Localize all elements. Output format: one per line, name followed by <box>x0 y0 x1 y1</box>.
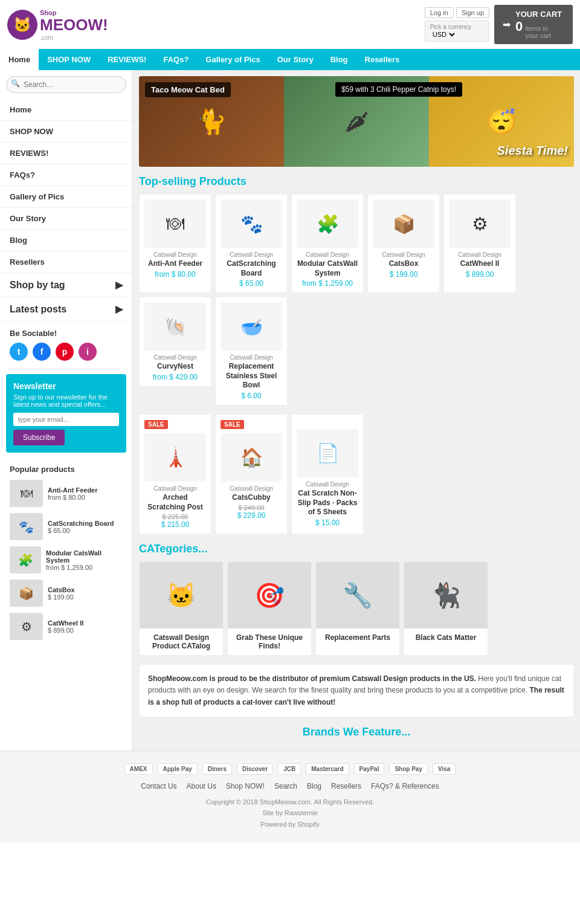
banner-overlay-name: Taco Meow Cat Bed <box>145 82 231 97</box>
banner-overlay-price: $59 with 3 Chili Pepper Catnip toys! <box>335 82 462 97</box>
footer-shop[interactable]: Shop NOW! <box>226 782 265 790</box>
product-card[interactable]: 📦 Catswall Design CatsBox $ 199.00 <box>367 194 440 293</box>
list-item: 📦 CatsBox $ 199.00 <box>10 580 123 607</box>
product-image: 🧩 <box>297 199 358 248</box>
footer-faqs[interactable]: FAQs? & References <box>371 782 439 790</box>
product-card[interactable]: SALE 🗼 Catswall Design Arched Scratching… <box>139 414 211 534</box>
sidebar-item-reviews[interactable]: REVIEWS! <box>0 143 132 164</box>
nav-home[interactable]: Home <box>0 49 39 70</box>
signup-button[interactable]: Sign up <box>456 7 489 18</box>
footer-about[interactable]: About Us <box>187 782 216 790</box>
sidebar-item-story[interactable]: Our Story <box>0 208 132 230</box>
product-price: $ 899.00 <box>449 270 511 279</box>
product-image: 🐚 <box>144 302 206 351</box>
popular-products-title: Popular products <box>10 465 123 474</box>
nav-reviews[interactable]: REVIEWS! <box>99 49 155 70</box>
payment-paypal: PayPal <box>354 763 385 775</box>
product-price: $ 199.00 <box>373 270 434 279</box>
product-price: $ 6.00 <box>221 392 282 400</box>
product-image: 🍽 <box>144 199 206 248</box>
product-thumbnail: 🧩 <box>10 546 41 573</box>
pinterest-icon[interactable]: p <box>56 343 74 361</box>
product-info: CatScratching Board $ 65.00 <box>48 520 114 534</box>
sidebar-item-home[interactable]: Home <box>0 99 132 121</box>
footer-contact[interactable]: Contact Us <box>141 782 176 790</box>
product-image: 📦 <box>373 199 434 248</box>
banner-overlay-tagline: Siesta Time! <box>497 144 568 158</box>
footer-search[interactable]: Search <box>274 782 297 790</box>
categories-title: CATegories... <box>139 543 574 555</box>
nav-resellers[interactable]: Resellers <box>356 49 408 70</box>
product-card[interactable]: 🐚 Catswall Design CurvyNest from $ 429.0… <box>139 297 211 387</box>
nav-gallery[interactable]: Gallery of Pics <box>197 49 268 70</box>
footer-resellers[interactable]: Resellers <box>331 782 361 790</box>
category-image: 🐈‍⬛ <box>404 562 488 628</box>
nav-faqs[interactable]: FAQs? <box>155 49 197 70</box>
category-card[interactable]: 🎯 Grab These Unique Finds! <box>227 561 312 656</box>
product-price: from $ 1,259.00 <box>46 564 123 571</box>
product-card[interactable]: 🥣 Catswall Design Replacement Stainless … <box>215 297 288 405</box>
category-image: 🎯 <box>228 562 311 628</box>
product-card[interactable]: 🍽 Catswall Design Anti-Ant Feeder from $… <box>139 194 211 293</box>
product-thumbnail: ⚙ <box>10 613 43 640</box>
product-card[interactable]: SALE 🏠 Catswall Design CatsCubby $ 249.0… <box>215 414 288 534</box>
sidebar-search-area <box>0 70 132 99</box>
sidebar-item-resellers[interactable]: Resellers <box>0 251 132 273</box>
category-name: Replacement Parts <box>316 628 399 647</box>
sidebar-item-latest[interactable]: Latest posts▶ <box>0 297 132 321</box>
sidebar-item-gallery[interactable]: Gallery of Pics <box>0 186 132 208</box>
category-name: Grab These Unique Finds! <box>228 628 311 655</box>
product-image: 🥣 <box>221 302 282 351</box>
currency-select[interactable]: USD <box>430 30 457 39</box>
product-brand: Catswall Design <box>449 251 511 258</box>
product-card[interactable]: 🧩 Catswall Design Modular CatsWall Syste… <box>291 194 364 293</box>
subscribe-button[interactable]: Subscribe <box>13 430 65 445</box>
logo[interactable]: 🐱 Shop MEOOW! .com <box>7 8 108 42</box>
sidebar-item-tag[interactable]: Shop by tag▶ <box>0 273 132 297</box>
payment-mastercard: Mastercard <box>306 763 349 775</box>
category-card[interactable]: 🐱 Catswall Design Product CATalog <box>139 561 224 656</box>
cart-icon: ➡ <box>503 19 511 30</box>
hero-banner: Taco Meow Cat Bed $59 with 3 Chili Peppe… <box>139 76 574 167</box>
header: 🐱 Shop MEOOW! .com Log in Sign up Pick a… <box>0 0 580 49</box>
facebook-icon[interactable]: f <box>33 343 51 361</box>
currency-selector[interactable]: Pick a currency USD <box>425 21 489 42</box>
sidebar-item-faqs[interactable]: FAQs? <box>0 164 132 186</box>
payment-jcb: JCB <box>278 763 301 775</box>
product-info: CatsBox $ 199.00 <box>48 586 75 601</box>
cart-label: YOUR CART <box>515 10 562 19</box>
newsletter-email-input[interactable] <box>13 413 119 426</box>
category-card[interactable]: 🔧 Replacement Parts <box>315 561 400 656</box>
product-image: 📄 <box>297 429 358 477</box>
twitter-icon[interactable]: t <box>10 343 28 361</box>
footer-blog[interactable]: Blog <box>307 782 321 790</box>
nav-blog[interactable]: Blog <box>322 49 356 70</box>
product-card[interactable]: ⚙ Catswall Design CatWheel II $ 899.00 <box>443 194 516 293</box>
payment-shoppay: Shop Pay <box>389 763 428 775</box>
list-item: 🧩 Modular CatsWall System from $ 1,259.0… <box>10 546 123 573</box>
cart-button[interactable]: ➡ YOUR CART 0 items inyour cart <box>494 5 573 44</box>
category-card[interactable]: 🐈‍⬛ Black Cats Matter <box>404 561 488 656</box>
product-name: CatWheel II <box>48 619 83 627</box>
main-content: Taco Meow Cat Bed $59 with 3 Chili Peppe… <box>133 70 580 751</box>
category-image: 🐱 <box>140 562 223 628</box>
product-name: Modular CatsWall System <box>297 259 358 278</box>
newsletter-title: Newsletter <box>13 381 119 391</box>
product-card[interactable]: 📄 Catswall Design Cat Scratch Non-Slip P… <box>291 414 364 534</box>
product-old-price: $ 225.00 <box>144 513 206 520</box>
search-input[interactable] <box>6 76 126 93</box>
product-brand: Catswall Design <box>144 485 206 492</box>
nav-shop[interactable]: SHOP NOW <box>39 49 99 70</box>
nav-story[interactable]: Our Story <box>269 49 322 70</box>
sidebar-item-blog[interactable]: Blog <box>0 230 132 251</box>
login-button[interactable]: Log in <box>425 7 454 18</box>
cart-count: 0 <box>515 19 523 34</box>
product-name: Modular CatsWall System <box>46 549 123 564</box>
product-card[interactable]: 🐾 Catswall Design CatScratching Board $ … <box>215 194 288 293</box>
instagram-icon[interactable]: i <box>79 343 97 361</box>
product-price: from $ 80.00 <box>48 494 98 501</box>
sale-badge: SALE <box>221 420 244 429</box>
product-price: $ 199.00 <box>48 593 75 601</box>
sidebar-item-shop[interactable]: SHOP NOW <box>0 121 132 143</box>
category-name: Catswall Design Product CATalog <box>140 628 223 655</box>
